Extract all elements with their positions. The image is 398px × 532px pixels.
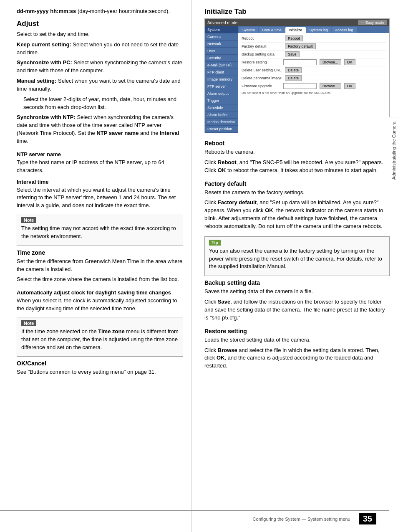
page-footer: Configuring the System — System setting …	[0, 510, 389, 524]
tab-system-log[interactable]: System log	[306, 27, 332, 33]
backup-title: Backup setting data	[204, 279, 390, 286]
tab-date-time[interactable]: Date & time	[259, 27, 285, 33]
ui-top-tabs: System Date & time Initialize System log…	[238, 26, 389, 33]
nav-image-memory[interactable]: Image memory	[205, 76, 238, 83]
nav-security[interactable]: Security	[205, 55, 238, 62]
backup-desc2: Click Save, and follow the instructions …	[204, 298, 390, 322]
restore-bold2: OK	[217, 355, 225, 361]
sync-ntp-label: Synchronize with NTP:	[17, 114, 76, 120]
ui-row-reboot: Reboot Reboot	[242, 35, 386, 43]
backup-save-button[interactable]: Save	[285, 51, 300, 57]
ok-cancel-title: OK/Cancel	[17, 360, 183, 367]
factory-label: Factory default	[242, 44, 283, 48]
ui-screenshot: Advanced mode → Easy mode System Camera …	[204, 18, 390, 133]
backup-section: Backup setting data Saves the setting da…	[204, 279, 390, 322]
reboot-title: Reboot	[204, 140, 390, 147]
delete-panorama-label: Delete panorama image	[242, 76, 283, 80]
factory-default-button[interactable]: Factory default	[285, 43, 316, 49]
factory-bold2: OK	[265, 207, 273, 213]
restore-desc2: Click Browse and select the file in whic…	[204, 347, 390, 370]
time-zone-section: Time zone Set the time difference from G…	[17, 249, 183, 284]
interval-time-desc: Select the interval at which you want to…	[17, 186, 183, 210]
reboot-desc1: Reboots the camera.	[204, 148, 390, 156]
nav-system[interactable]: System	[205, 26, 238, 33]
firmware-input[interactable]	[283, 83, 317, 89]
ntp-server-title: NTP server name	[17, 151, 183, 157]
firmware-ok-button[interactable]: OK	[344, 83, 355, 89]
footer-page: 35	[359, 513, 376, 524]
restore-section: Restore setting Loads the stored setting…	[204, 328, 390, 370]
note-box-2: Note If the time zone selected on the Ti…	[17, 317, 183, 357]
tab-system[interactable]: System	[239, 27, 258, 33]
ok-cancel-section: OK/Cancel See "Buttons common to every s…	[17, 360, 183, 376]
factory-bold1: Factory default	[218, 199, 257, 205]
firmware-note: Do not select a file other than an upgra…	[242, 90, 386, 96]
ui-row-factory: Factory default Factory default	[242, 43, 386, 51]
manual-label: Manual setting:	[17, 78, 56, 84]
firmware-controls: Browse... OK	[283, 83, 355, 89]
interval-time-section: Interval time Select the interval at whi…	[17, 179, 183, 210]
ui-body: System Date & time Initialize System log…	[238, 26, 389, 133]
ui-main-area: System Camera Network User Security e-Ma…	[205, 26, 389, 133]
firmware-browse-button[interactable]: Browse...	[320, 83, 341, 89]
sync-pc-label: Synchronize with PC:	[17, 59, 72, 66]
footer-text: Configuring the System — System setting …	[253, 517, 350, 522]
side-tab-text: Administratating the Camera	[391, 122, 396, 180]
firmware-label: Firmware upgrade	[242, 84, 283, 88]
reboot-button[interactable]: Reboot	[285, 35, 303, 41]
nav-email[interactable]: e-Mail (SMTP)	[205, 62, 238, 69]
left-column: dd-mm-yyyy hh:mm:ss (day-month-year hour…	[0, 0, 192, 532]
note-text-2: If the time zone selected on the Time zo…	[21, 328, 179, 352]
adjust-desc: Select to set the day and time.	[17, 30, 183, 38]
restore-bold1: Browse	[218, 347, 237, 353]
nav-schedule[interactable]: Schedule	[205, 104, 238, 111]
reboot-section: Reboot Reboots the camera. Click Reboot,…	[204, 140, 390, 175]
backup-label: Backup setting data	[242, 52, 283, 56]
note-label-2: Note	[21, 320, 36, 326]
nav-ftp-client[interactable]: FTP client	[205, 69, 238, 76]
sync-pc-para: Synchronize with PC: Select when synchro…	[17, 59, 183, 75]
nav-camera[interactable]: Camera	[205, 33, 238, 41]
time-zone-desc2: Select the time zone where the camera is…	[17, 276, 183, 284]
delete-url-label: Delete user setting URL	[242, 68, 283, 72]
right-column: Initialize Tab Advanced mode → Easy mode…	[192, 0, 398, 532]
delete-panorama-button[interactable]: Delete	[285, 75, 302, 81]
ntp-label-bold: NTP saver name	[96, 130, 139, 136]
page-container: dd-mm-yyyy hh:mm:ss (day-month-year hour…	[0, 0, 398, 532]
intro-text: dd-mm-yyyy hh:mm:ss (day-month-year hour…	[17, 8, 183, 15]
advanced-mode-label: Advanced mode	[207, 20, 237, 25]
ui-row-firmware: Firmware upgrade Browse... OK	[242, 82, 386, 90]
nav-user[interactable]: User	[205, 48, 238, 55]
ui-content: Reboot Reboot Factory default Factory de…	[238, 33, 389, 97]
nav-motion-detection[interactable]: Motion detection	[205, 119, 238, 126]
interval-label-bold: Interval	[160, 130, 179, 136]
manual-para: Manual setting: Select when you want to …	[17, 77, 183, 93]
factory-desc1: Resets the camera to the factory setting…	[204, 189, 390, 197]
nav-alarm-buffer[interactable]: Alarm buffer	[205, 111, 238, 119]
tab-initialize[interactable]: Initialize	[285, 27, 306, 33]
adjust-section: Adjust Select to set the day and time. K…	[17, 20, 183, 145]
nav-preset-position[interactable]: Preset position	[205, 126, 238, 133]
manual-detail: Select the lower 2-digits of year, month…	[23, 96, 183, 111]
initialize-tab-title: Initialize Tab	[204, 8, 390, 16]
factory-default-title: Factory default	[204, 180, 390, 187]
auto-adjust-title: Automatically adjust clock for daylight …	[17, 289, 183, 296]
auto-adjust-desc: When you select it, the clock is automat…	[17, 297, 183, 313]
time-zone-title: Time zone	[17, 249, 183, 256]
nav-network[interactable]: Network	[205, 41, 238, 48]
restore-controls: Browse... OK	[283, 59, 355, 65]
auto-adjust-section: Automatically adjust clock for daylight …	[17, 289, 183, 313]
nav-trigger[interactable]: Trigger	[205, 97, 238, 104]
tip-text: You can also reset the camera to the fac…	[209, 247, 385, 271]
ui-row-delete-panorama: Delete panorama image Delete	[242, 74, 386, 82]
ui-row-restore: Restore setting Browse... OK	[242, 58, 386, 66]
nav-alarm-output[interactable]: Alarm output	[205, 90, 238, 97]
restore-input[interactable]	[283, 59, 317, 65]
tab-access-log[interactable]: Access log	[332, 27, 357, 33]
delete-url-button[interactable]: Delete	[285, 67, 302, 73]
restore-ok-button[interactable]: OK	[344, 59, 355, 65]
interval-time-title: Interval time	[17, 179, 183, 185]
nav-ftp-server[interactable]: FTP server	[205, 83, 238, 90]
restore-browse-button[interactable]: Browse...	[320, 59, 341, 65]
easy-mode-button[interactable]: → Easy mode	[358, 20, 387, 25]
